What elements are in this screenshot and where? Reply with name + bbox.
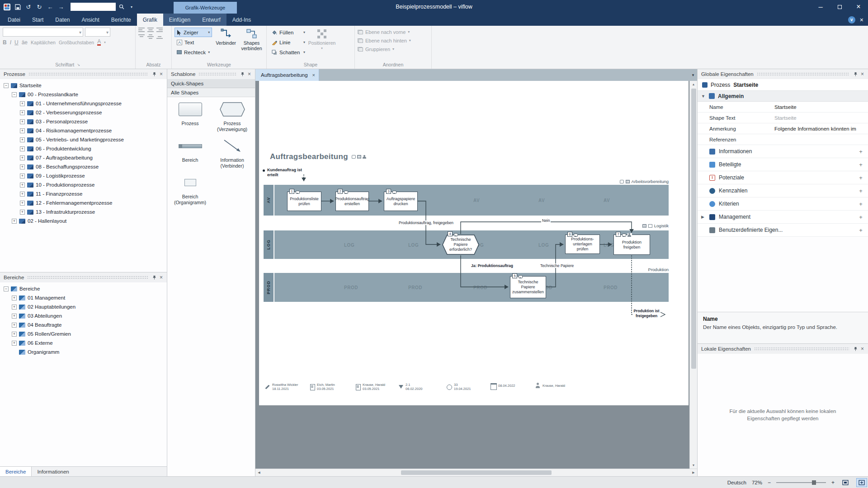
shape-information-verbinder[interactable]: Information (Verbinder): [211, 138, 253, 169]
pin-icon[interactable]: [151, 275, 158, 280]
back-icon[interactable]: ←: [46, 3, 54, 11]
shape-prozess[interactable]: Prozess: [169, 102, 211, 132]
bold-button[interactable]: B: [3, 39, 7, 46]
pin-icon[interactable]: [151, 72, 158, 76]
tree-item[interactable]: +09 - Logistikprozesse: [1, 171, 166, 180]
close-document-icon[interactable]: ×: [860, 16, 863, 23]
tree-expander-icon[interactable]: −: [4, 83, 9, 88]
section-management[interactable]: ▶ Management+: [698, 211, 868, 224]
tab-bereiche[interactable]: Bereiche: [0, 467, 32, 476]
fit-page-icon[interactable]: [840, 478, 851, 487]
tree-expander-icon[interactable]: +: [12, 219, 17, 224]
property-value[interactable]: Folgende Informationen könnten im: [774, 126, 868, 131]
shape-bereich-organigramm[interactable]: Bereich (Organigramm): [169, 175, 211, 205]
section-kennzahlen[interactable]: Kennzahlen+: [698, 184, 868, 197]
menu-tab-datei[interactable]: Datei: [2, 14, 26, 26]
valign-middle-icon[interactable]: [147, 34, 154, 39]
connector-tool-button[interactable]: Verbinder: [214, 28, 238, 57]
tree-item[interactable]: +Organigramm: [1, 347, 166, 357]
section-quick-shapes[interactable]: Quick-Shapes: [167, 79, 255, 88]
valign-top-icon[interactable]: [138, 34, 145, 39]
tree-expander-icon[interactable]: −: [12, 92, 17, 97]
tree-item[interactable]: −Startseite: [1, 81, 166, 90]
tree-item[interactable]: +04 - Risikomanagementprozesse: [1, 126, 166, 135]
scroll-left-icon[interactable]: ◀: [255, 471, 263, 474]
section-potenziale[interactable]: ! Potenziale+: [698, 171, 868, 184]
menu-tab-grafik[interactable]: Grafik: [137, 14, 163, 26]
tree-expander-icon[interactable]: +: [12, 314, 17, 319]
menu-tab-entwurf[interactable]: Entwurf: [196, 14, 226, 26]
tree-item[interactable]: −Bereiche: [1, 284, 166, 293]
search-options-caret[interactable]: ▾: [127, 3, 136, 11]
font-color-button[interactable]: A: [97, 39, 101, 46]
section-allgemein[interactable]: ▼ Allgemein: [698, 91, 868, 102]
tree-item[interactable]: +06 - Produktentwicklung: [1, 144, 166, 153]
tree-expander-icon[interactable]: +: [20, 174, 25, 178]
tree-expander-icon[interactable]: +: [20, 101, 25, 106]
add-icon[interactable]: +: [857, 148, 864, 155]
drawing-canvas[interactable]: Auftragsbearbeitung Kundenauftrag ist er…: [255, 81, 697, 469]
tree-expander-icon[interactable]: +: [20, 110, 25, 115]
font-size-combo[interactable]: ▾: [85, 28, 110, 37]
tree-expander-icon[interactable]: +: [12, 332, 17, 337]
underline-button[interactable]: U: [14, 39, 19, 46]
align-right-icon[interactable]: [156, 28, 163, 33]
connect-shapes-button[interactable]: Shapes verbinden: [240, 28, 264, 57]
tree-item[interactable]: +01 - Unternehmensführungsprozesse: [1, 99, 166, 108]
section-kriterien[interactable]: Kriterien+: [698, 197, 868, 211]
close-panel-icon[interactable]: ×: [859, 346, 866, 352]
dialog-launcher-icon[interactable]: ↘: [77, 63, 80, 67]
document-tab[interactable]: Auftragsbearbeitung ×: [255, 69, 319, 81]
undo-icon[interactable]: ↺: [24, 3, 33, 11]
tree-expander-icon[interactable]: −: [4, 286, 9, 291]
tab-informationen[interactable]: Informationen: [32, 467, 74, 476]
uppercase-button[interactable]: Großbuchstaben: [59, 40, 94, 45]
tree-item[interactable]: +06 Externe: [1, 338, 166, 347]
process-node-5[interactable]: 5 Technische Papiere zusammenstellen: [510, 276, 546, 298]
smallcaps-button[interactable]: Kapitälchen: [31, 40, 56, 45]
menu-tab-add-ins[interactable]: Add-Ins: [226, 14, 257, 26]
add-icon[interactable]: +: [857, 174, 864, 181]
zoom-slider-thumb[interactable]: [812, 480, 816, 485]
tree-expander-icon[interactable]: +: [20, 137, 25, 142]
forward-icon[interactable]: →: [57, 3, 65, 11]
section-beteiligte[interactable]: Beteiligte+: [698, 158, 868, 171]
process-node-1[interactable]: 1 Produktionsliste prüfen: [287, 192, 321, 211]
valign-bottom-icon[interactable]: [156, 34, 163, 39]
tree-item[interactable]: +07 - Auftragsbearbeitung: [1, 153, 166, 162]
add-icon[interactable]: +: [857, 161, 864, 168]
send-backward-button[interactable]: Ebene nach hinten▾: [358, 36, 429, 45]
save-icon[interactable]: [14, 3, 22, 11]
search-icon[interactable]: [118, 3, 126, 11]
fit-window-icon[interactable]: [856, 478, 867, 487]
zoom-out-icon[interactable]: −: [768, 479, 771, 486]
vertical-scrollbar[interactable]: ▲ ▼: [689, 81, 697, 469]
tree-expander-icon[interactable]: +: [12, 305, 17, 310]
tree-expander-icon[interactable]: +: [20, 146, 25, 151]
tree-item[interactable]: +10 - Produktionsprozesse: [1, 180, 166, 189]
tab-list-caret[interactable]: ▾: [689, 69, 697, 81]
tree-expander-icon[interactable]: +: [20, 119, 25, 124]
shadow-button[interactable]: Schatten▾: [269, 47, 307, 57]
tree-item[interactable]: +02 Hauptabteilungen: [1, 302, 166, 311]
tree-expander-icon[interactable]: +: [20, 201, 25, 206]
tree-item[interactable]: +04 Beauftragte: [1, 320, 166, 329]
maximize-button[interactable]: [830, 0, 849, 14]
tree-expander-icon[interactable]: +: [12, 341, 17, 346]
close-panel-icon[interactable]: ×: [246, 71, 253, 77]
tree-item[interactable]: +13 - Infrastrukturprozesse: [1, 207, 166, 216]
pin-icon[interactable]: [852, 72, 859, 76]
shape-prozess-verzweigung[interactable]: Prozess (Verzweigung): [211, 102, 253, 132]
redo-icon[interactable]: ↻: [35, 3, 43, 11]
add-icon[interactable]: +: [857, 188, 864, 194]
section-alle-shapes[interactable]: Alle Shapes: [167, 88, 255, 97]
menu-tab-daten[interactable]: Daten: [49, 14, 75, 26]
close-panel-icon[interactable]: ×: [158, 274, 165, 281]
pin-icon[interactable]: [239, 72, 246, 76]
tree-item[interactable]: −00 - Prozesslandkarte: [1, 90, 166, 99]
tree-expander-icon[interactable]: +: [20, 192, 25, 197]
tree-expander-icon[interactable]: +: [12, 323, 17, 328]
scroll-right-icon[interactable]: ▶: [690, 471, 697, 474]
section-benutzerdefiniert[interactable]: Benutzerdefinierte Eigen...+: [698, 224, 868, 237]
scroll-up-icon[interactable]: ▲: [690, 81, 697, 88]
